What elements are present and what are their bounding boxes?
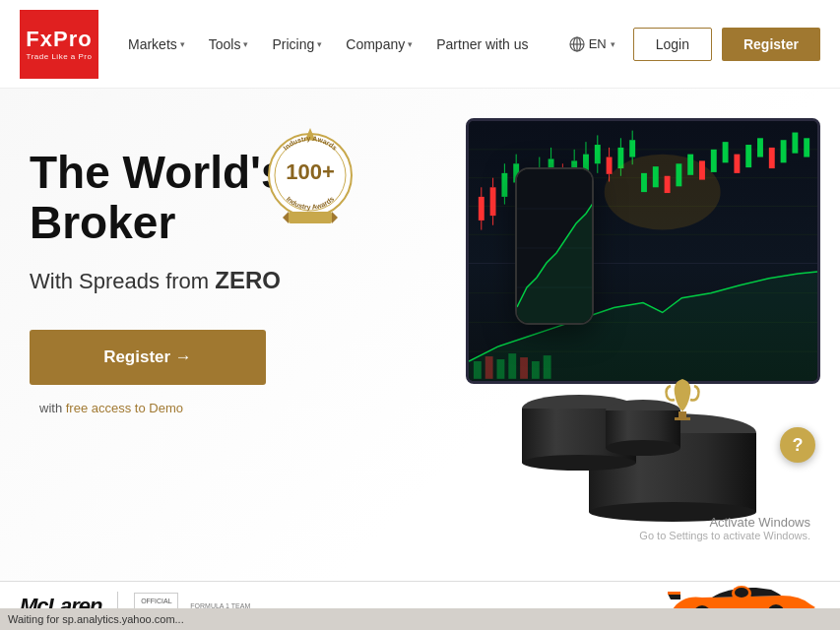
logo-text: FxPro xyxy=(26,27,92,52)
markets-chevron-icon: ▾ xyxy=(180,39,185,49)
svg-rect-47 xyxy=(595,145,601,163)
svg-rect-60 xyxy=(641,173,647,192)
logo-tagline: Trade Like a Pro xyxy=(27,52,93,61)
svg-rect-23 xyxy=(501,173,507,197)
globe-icon xyxy=(569,36,585,52)
status-bar: Waiting for sp.analytics.yahoo.com... xyxy=(0,608,840,630)
language-selector[interactable]: EN ▾ xyxy=(561,32,623,56)
svg-rect-66 xyxy=(711,150,717,172)
svg-rect-73 xyxy=(792,133,798,154)
svg-rect-101 xyxy=(675,417,690,420)
svg-rect-74 xyxy=(804,138,809,157)
award-badge: Industry Awards 100+ Industry Awards xyxy=(261,118,359,226)
help-button[interactable]: ? xyxy=(780,427,815,463)
svg-rect-61 xyxy=(653,166,659,187)
svg-point-99 xyxy=(606,440,680,456)
login-button[interactable]: Login xyxy=(633,28,712,61)
trophy-icon xyxy=(663,374,702,423)
demo-access-text: with free access to Demo xyxy=(30,399,394,416)
nav-tools[interactable]: Tools ▾ xyxy=(199,31,259,58)
svg-marker-11 xyxy=(283,212,289,223)
demo-access-link[interactable]: free access to Demo xyxy=(66,401,183,415)
language-chevron-icon: ▾ xyxy=(611,39,615,49)
svg-rect-69 xyxy=(745,145,751,167)
nav-company[interactable]: Company ▾ xyxy=(336,31,422,58)
svg-rect-100 xyxy=(678,411,686,417)
svg-rect-50 xyxy=(607,158,613,174)
register-button[interactable]: Register xyxy=(722,28,820,61)
windows-activation: Activate Windows Go to Settings to activ… xyxy=(639,515,810,541)
activation-title: Activate Windows xyxy=(639,515,810,530)
svg-rect-63 xyxy=(676,163,681,186)
language-code: EN xyxy=(589,36,607,51)
activation-desc: Go to Settings to activate Windows. xyxy=(639,530,810,541)
hero-subtitle: With Spreads from ZERO xyxy=(30,267,394,294)
podium-display xyxy=(436,325,801,522)
svg-rect-56 xyxy=(629,140,635,157)
svg-rect-62 xyxy=(665,176,671,193)
svg-rect-67 xyxy=(723,142,729,162)
header: FxPro Trade Like a Pro Markets ▾ Tools ▾… xyxy=(0,0,840,89)
svg-rect-71 xyxy=(769,148,775,168)
pricing-chevron-icon: ▾ xyxy=(317,39,322,49)
hero-right-visuals: ? Activate Windows Go to Settings to act… xyxy=(348,89,840,610)
phone-screen xyxy=(517,169,592,323)
svg-point-108 xyxy=(735,588,748,598)
svg-rect-64 xyxy=(687,155,693,175)
svg-text:100+: 100+ xyxy=(286,159,335,184)
nav-right: EN ▾ Login Register xyxy=(561,28,820,61)
svg-marker-12 xyxy=(332,212,338,223)
svg-rect-17 xyxy=(479,197,485,220)
company-chevron-icon: ▾ xyxy=(408,39,413,49)
status-text: Waiting for sp.analytics.yahoo.com... xyxy=(8,613,184,625)
tools-chevron-icon: ▾ xyxy=(243,39,248,49)
nav-partner[interactable]: Partner with us xyxy=(426,31,538,58)
nav-pricing[interactable]: Pricing ▾ xyxy=(262,31,332,58)
fxpro-logo[interactable]: FxPro Trade Like a Pro xyxy=(20,10,98,79)
svg-rect-20 xyxy=(490,187,496,216)
nav-markets[interactable]: Markets ▾ xyxy=(118,31,195,58)
svg-rect-72 xyxy=(781,140,787,162)
trading-phone xyxy=(515,167,594,325)
svg-rect-70 xyxy=(757,138,763,157)
main-nav: Markets ▾ Tools ▾ Pricing ▾ Company ▾ Pa… xyxy=(118,31,561,58)
svg-rect-10 xyxy=(289,212,332,223)
hero-register-button[interactable]: Register → xyxy=(30,330,266,385)
svg-rect-106 xyxy=(668,592,680,595)
svg-rect-68 xyxy=(734,155,740,173)
hero-section: The World's #1 Broker With Spreads from … xyxy=(0,89,840,630)
award-svg: Industry Awards 100+ Industry Awards xyxy=(261,118,359,226)
svg-rect-65 xyxy=(699,160,705,179)
